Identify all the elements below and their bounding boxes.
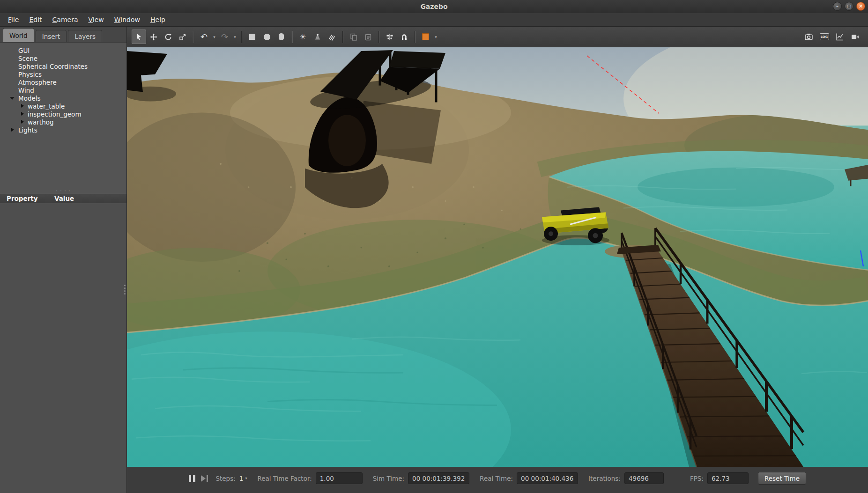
menu-camera[interactable]: Camera	[47, 14, 83, 25]
toolbar-separator	[415, 31, 415, 43]
steps-dropdown-icon[interactable]: ▾	[245, 476, 247, 480]
minimize-button[interactable]: –	[833, 2, 842, 11]
window-controls: – ▢ ✕	[833, 2, 865, 11]
menu-edit[interactable]: Edit	[24, 14, 47, 25]
window-title: Gazebo	[420, 3, 447, 10]
sim-time-field[interactable]: 00 00:01:39.392	[408, 472, 469, 484]
toolbar-separator	[292, 31, 292, 43]
tree-item-water-table[interactable]: water_table	[0, 102, 126, 110]
menu-view[interactable]: View	[83, 14, 109, 25]
paste-button[interactable]	[361, 29, 375, 44]
steps-spinbox[interactable]: 1 ▾	[239, 475, 247, 482]
tree-item-gui[interactable]: GUI	[0, 46, 126, 54]
undo-button[interactable]: ↶	[197, 29, 211, 44]
expand-arrow-icon[interactable]	[21, 112, 24, 116]
tree-item-physics[interactable]: Physics	[0, 70, 126, 78]
tree-item-spherical-coordinates[interactable]: Spherical Coordinates	[0, 62, 126, 70]
fps-field[interactable]: 62.73	[707, 472, 749, 484]
rotate-icon	[164, 33, 172, 41]
steps-label: Steps:	[215, 475, 235, 482]
video-record-button[interactable]	[848, 29, 862, 44]
screenshot-button[interactable]	[801, 29, 816, 44]
toolbar-separator	[342, 31, 343, 43]
world-tree: GUI Scene Spherical Coordinates Physics …	[0, 43, 126, 188]
menu-help[interactable]: Help	[145, 14, 171, 25]
point-light-icon: ☀	[299, 33, 306, 41]
horizontal-splitter[interactable]	[0, 188, 126, 194]
value-column-header[interactable]: Value	[48, 194, 126, 203]
3d-viewport[interactable]	[127, 47, 868, 467]
align-icon	[386, 33, 393, 41]
snap-tool-button[interactable]	[397, 29, 411, 44]
scene-render[interactable]	[127, 47, 868, 467]
tree-item-scene[interactable]: Scene	[0, 54, 126, 62]
tree-item-warthog[interactable]: warthog	[0, 118, 126, 126]
tree-item-inspection-geom[interactable]: inspection_geom	[0, 110, 126, 118]
toolbar-separator	[193, 31, 193, 43]
gazebo-window: Gazebo – ▢ ✕ File Edit Camera View Windo…	[0, 0, 868, 493]
main-area: World Insert Layers GUI Scene Spherical …	[0, 27, 868, 493]
statusbar: Steps: 1 ▾ Real Time Factor: 1.00 Sim Ti…	[127, 467, 868, 493]
select-tool-button[interactable]	[132, 29, 146, 44]
plot-window-button[interactable]	[832, 29, 847, 44]
undo-history-button[interactable]: ▾	[211, 29, 217, 44]
menu-window[interactable]: Window	[109, 14, 145, 25]
video-camera-icon	[851, 33, 859, 41]
real-time-label: Real Time:	[480, 475, 513, 482]
insert-box-button[interactable]	[245, 29, 260, 44]
insert-cylinder-button[interactable]	[274, 29, 289, 44]
cylinder-icon	[279, 33, 284, 40]
align-tool-button[interactable]	[382, 29, 397, 44]
expand-arrow-icon[interactable]	[21, 120, 24, 124]
tab-world[interactable]: World	[3, 28, 34, 42]
maximize-button[interactable]: ▢	[845, 2, 853, 11]
tab-insert[interactable]: Insert	[36, 30, 67, 42]
real-time-field[interactable]: 00 00:01:40.436	[517, 472, 578, 484]
redo-button[interactable]: ↷	[217, 29, 232, 44]
rotate-tool-button[interactable]	[161, 29, 175, 44]
directional-light-button[interactable]	[325, 29, 339, 44]
vertical-splitter-handle[interactable]	[124, 283, 126, 296]
left-panel: World Insert Layers GUI Scene Spherical …	[0, 27, 127, 493]
scale-tool-button[interactable]	[175, 29, 190, 44]
real-time-factor-field[interactable]: 1.00	[316, 472, 363, 484]
reset-time-button[interactable]: Reset Time	[758, 472, 806, 485]
copy-icon	[350, 33, 357, 41]
collapse-arrow-icon[interactable]	[10, 97, 15, 100]
building-icon	[422, 33, 429, 40]
menu-file[interactable]: File	[3, 14, 24, 25]
expand-arrow-icon[interactable]	[11, 128, 14, 132]
translate-icon	[150, 33, 157, 41]
property-table-body	[0, 203, 126, 493]
tree-item-models[interactable]: Models	[0, 94, 126, 102]
tree-item-lights[interactable]: Lights	[0, 126, 126, 134]
redo-history-button[interactable]: ▾	[232, 29, 238, 44]
pause-button[interactable]	[189, 475, 195, 482]
scale-icon	[179, 33, 186, 41]
step-button[interactable]	[201, 475, 208, 482]
panel-tabbar: World Insert Layers	[0, 27, 126, 43]
spot-light-button[interactable]	[310, 29, 325, 44]
real-time-factor-label: Real Time Factor:	[257, 475, 312, 482]
tree-item-wind[interactable]: Wind	[0, 86, 126, 94]
sphere-icon	[264, 34, 270, 40]
magnet-icon	[401, 33, 408, 41]
tree-item-atmosphere[interactable]: Atmosphere	[0, 78, 126, 86]
log-recording-button[interactable]: LOG	[817, 29, 831, 44]
property-column-header[interactable]: Property	[0, 194, 48, 203]
insert-building-dropdown[interactable]: ▾	[433, 29, 439, 44]
titlebar[interactable]: Gazebo – ▢ ✕	[0, 0, 868, 13]
copy-button[interactable]	[346, 29, 361, 44]
menubar: File Edit Camera View Window Help	[0, 13, 868, 27]
close-button[interactable]: ✕	[856, 2, 865, 11]
iterations-field[interactable]: 49696	[624, 472, 664, 484]
insert-building-button[interactable]	[418, 29, 433, 44]
translate-tool-button[interactable]	[146, 29, 161, 44]
spot-light-icon	[314, 33, 321, 41]
log-icon: LOG	[820, 33, 829, 40]
undo-icon: ↶	[200, 33, 208, 41]
point-light-button[interactable]: ☀	[296, 29, 310, 44]
tab-layers[interactable]: Layers	[68, 30, 102, 42]
expand-arrow-icon[interactable]	[21, 104, 24, 108]
insert-sphere-button[interactable]	[260, 29, 274, 44]
